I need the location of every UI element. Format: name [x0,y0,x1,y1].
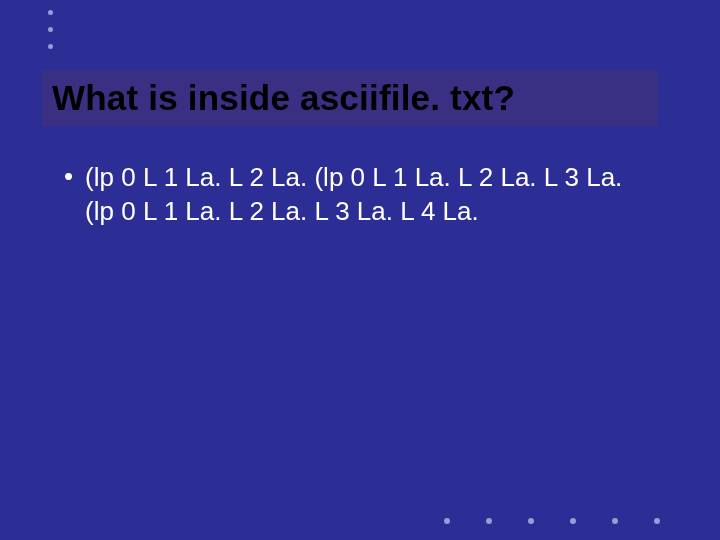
decor-dots-bottom [444,518,660,524]
bullet-text: (lp 0 L 1 La. L 2 La. (lp 0 L 1 La. L 2 … [85,160,645,228]
decor-dot [570,518,576,524]
decor-dot [48,10,53,15]
decor-dot [444,518,450,524]
decor-dot [654,518,660,524]
bullet-marker: • [64,160,73,192]
bullet-item: • (lp 0 L 1 La. L 2 La. (lp 0 L 1 La. L … [64,160,654,228]
slide-body: • (lp 0 L 1 La. L 2 La. (lp 0 L 1 La. L … [64,160,654,228]
decor-dot [48,27,53,32]
decor-dots-top [48,10,53,49]
decor-dot [528,518,534,524]
slide-title: What is inside asciifile. txt? [52,78,515,118]
title-bar: What is inside asciifile. txt? [42,70,658,126]
decor-dot [48,44,53,49]
decor-dot [486,518,492,524]
decor-dot [612,518,618,524]
